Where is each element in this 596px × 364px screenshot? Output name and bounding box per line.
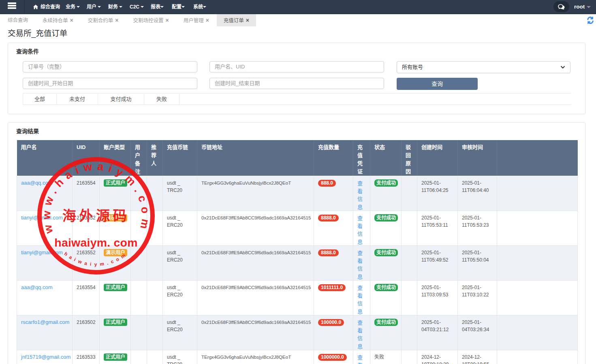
svg-text:haiwaiym.com: haiwaiym.com [63,251,129,267]
svg-text:www.haiwaiym.com: www.haiwaiym.com [40,160,152,235]
svg-text:haiwaiym. com: haiwaiym. com [54,236,137,249]
svg-text:海外源码: 海外源码 [62,209,130,224]
